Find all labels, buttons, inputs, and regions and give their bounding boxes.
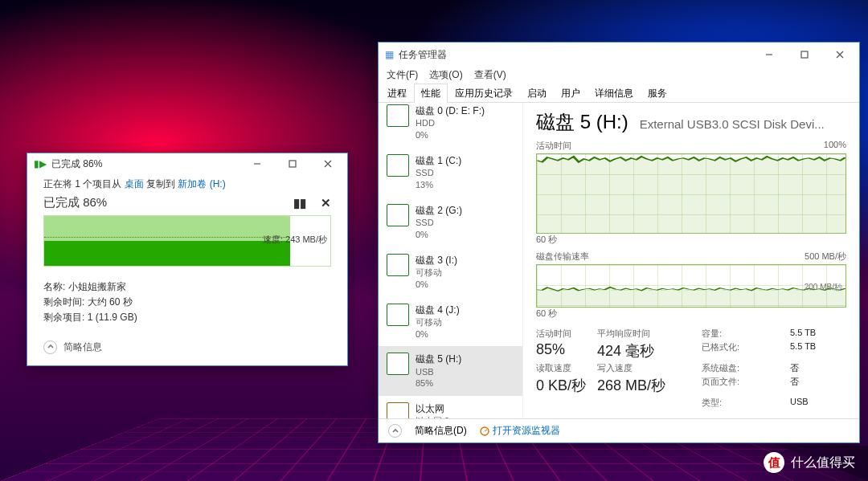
tab-进程[interactable]: 进程 bbox=[380, 84, 414, 103]
disk-sub1: HDD bbox=[416, 117, 485, 129]
resmon-icon bbox=[480, 426, 489, 436]
stat-fmt-label: 已格式化: bbox=[702, 341, 790, 361]
disk-sub2: 0% bbox=[416, 129, 485, 141]
tab-用户[interactable]: 用户 bbox=[554, 84, 588, 103]
meta-remaining-time: 剩余时间: 大约 60 秒 bbox=[43, 295, 331, 310]
disk-sub2: 85% bbox=[416, 377, 461, 389]
sidebar-disk-item[interactable]: 磁盘 5 (H:)USB85% bbox=[379, 346, 522, 396]
tab-启动[interactable]: 启动 bbox=[520, 84, 554, 103]
tab-详细信息[interactable]: 详细信息 bbox=[588, 84, 641, 103]
maximize-button[interactable] bbox=[275, 153, 310, 174]
sidebar-ethernet-item[interactable]: 以太网以太网 2发送: 0 接收: 0 Kbps bbox=[379, 396, 522, 418]
stat-resp-label: 平均响应时间 bbox=[597, 328, 702, 340]
tm-menubar: 文件(F)选项(O)查看(V) bbox=[379, 67, 859, 84]
stat-write-value: 268 MB/秒 bbox=[597, 376, 702, 395]
brief-info-toggle[interactable]: 简略信息(D) bbox=[415, 424, 467, 438]
disk-sub2: 0% bbox=[416, 279, 457, 291]
menu-item[interactable]: 查看(V) bbox=[474, 68, 506, 82]
maximize-button[interactable] bbox=[787, 44, 822, 65]
tm-tabs: 进程性能应用历史记录启动用户详细信息服务 bbox=[379, 84, 859, 103]
disk-title: 磁盘 3 (I:) bbox=[416, 254, 457, 267]
stat-cap-value: 5.5 TB bbox=[790, 328, 850, 340]
copy-dest-link[interactable]: 新加卷 (H:) bbox=[178, 178, 225, 190]
activity-graph bbox=[536, 153, 846, 234]
disk-subheading: External USB3.0 SCSI Disk Devi... bbox=[640, 117, 825, 131]
disk-title: 磁盘 0 (D: E: F:) bbox=[416, 104, 485, 117]
g2-midlabel: 200 MB/秒 bbox=[805, 282, 842, 293]
stat-read-value: 0 KB/秒 bbox=[536, 376, 597, 395]
stat-resp-value: 424 毫秒 bbox=[597, 341, 702, 361]
sidebar-disk-item[interactable]: 磁盘 3 (I:)可移动0% bbox=[379, 247, 522, 297]
copy-prefix: 正在将 1 个项目从 bbox=[43, 178, 125, 190]
disk-heading: 磁盘 5 (H:) bbox=[536, 109, 628, 135]
close-button[interactable] bbox=[310, 153, 346, 174]
disk-thumb-icon bbox=[387, 154, 409, 177]
tab-性能[interactable]: 性能 bbox=[414, 84, 448, 103]
disk-sub1: USB bbox=[416, 366, 461, 378]
stat-type-value: USB bbox=[790, 397, 850, 409]
copy-source-link[interactable]: 桌面 bbox=[125, 178, 144, 190]
transfer-icon: ▮▶ bbox=[34, 158, 47, 169]
net-title: 以太网 bbox=[416, 402, 496, 415]
speed-label: 速度: 243 MB/秒 bbox=[263, 234, 327, 246]
stat-sys-label: 系统磁盘: bbox=[702, 362, 790, 374]
stat-active-label: 活动时间 bbox=[536, 328, 597, 340]
cancel-button[interactable]: ✕ bbox=[321, 196, 331, 210]
disk-sub1: 可移动 bbox=[416, 267, 457, 279]
minimize-button[interactable] bbox=[751, 44, 787, 65]
tab-服务[interactable]: 服务 bbox=[641, 84, 674, 103]
watermark: 值 什么值得买 bbox=[731, 446, 868, 481]
disk-sub2: 0% bbox=[416, 229, 462, 241]
disk-thumb-icon bbox=[387, 104, 409, 127]
menu-item[interactable]: 选项(O) bbox=[429, 68, 462, 82]
tm-sidebar[interactable]: 磁盘 0 (D: E: F:)HDD0%磁盘 1 (C:)SSD13%磁盘 2 … bbox=[379, 103, 523, 418]
disk-sub1: SSD bbox=[416, 217, 462, 229]
disk-thumb-icon bbox=[387, 254, 409, 276]
tm-titlebar[interactable]: ▦ 任务管理器 bbox=[379, 43, 859, 67]
stat-write-label: 写入速度 bbox=[597, 362, 702, 374]
g1-axis: 60 秒 bbox=[536, 234, 846, 246]
file-copy-window: ▮▶ 已完成 86% 正在将 1 个项目从 桌面 复制到 新加卷 (H:) 已完… bbox=[27, 153, 348, 366]
disk-thumb-icon bbox=[387, 204, 409, 226]
sidebar-disk-item[interactable]: 磁盘 4 (J:)可移动0% bbox=[379, 297, 522, 347]
svg-rect-0 bbox=[289, 161, 296, 167]
tab-应用历史记录[interactable]: 应用历史记录 bbox=[448, 84, 520, 103]
stat-type-label: 类型: bbox=[702, 397, 790, 409]
g2-axis: 60 秒 bbox=[536, 308, 846, 320]
g2-caption: 磁盘传输速率 bbox=[536, 251, 589, 263]
open-resmon-link[interactable]: 打开资源监视器 bbox=[480, 424, 560, 438]
watermark-badge: 值 bbox=[764, 452, 784, 473]
pause-button[interactable]: ▮▮ bbox=[293, 196, 306, 210]
sidebar-disk-item[interactable]: 磁盘 1 (C:)SSD13% bbox=[379, 148, 522, 198]
watermark-text: 什么值得买 bbox=[791, 455, 855, 471]
disk-thumb-icon bbox=[387, 353, 409, 375]
stat-fmt-value: 5.5 TB bbox=[790, 341, 850, 361]
disk-sub1: SSD bbox=[416, 167, 461, 179]
copy-from-to: 正在将 1 个项目从 桌面 复制到 新加卷 (H:) bbox=[43, 177, 331, 191]
svg-rect-1 bbox=[801, 51, 808, 58]
tm-app-icon: ▦ bbox=[385, 49, 394, 60]
minimize-button[interactable] bbox=[240, 153, 275, 174]
task-manager-window: ▦ 任务管理器 文件(F)选项(O)查看(V) 进程性能应用历史记录启动用户详细… bbox=[378, 42, 860, 443]
copy-window-title: 已完成 86% bbox=[51, 157, 240, 171]
tm-title: 任务管理器 bbox=[399, 48, 751, 62]
g2-max: 500 MB/秒 bbox=[805, 251, 846, 263]
g1-max: 100% bbox=[824, 140, 846, 152]
stat-read-label: 读取速度 bbox=[536, 362, 597, 374]
copy-titlebar[interactable]: ▮▶ 已完成 86% bbox=[27, 153, 347, 174]
close-button[interactable] bbox=[822, 44, 858, 65]
disk-title: 磁盘 1 (C:) bbox=[416, 154, 461, 167]
menu-item[interactable]: 文件(F) bbox=[387, 68, 418, 82]
net-thumb-icon bbox=[387, 402, 409, 418]
brief-info-toggle[interactable]: 简略信息 bbox=[63, 340, 102, 354]
stat-sys-value: 否 bbox=[790, 362, 850, 374]
stat-page-value: 否 bbox=[790, 376, 850, 395]
disk-title: 磁盘 2 (G:) bbox=[416, 204, 462, 217]
chevron-up-icon[interactable] bbox=[388, 424, 402, 438]
disk-sub2: 13% bbox=[416, 179, 461, 191]
sidebar-disk-item[interactable]: 磁盘 2 (G:)SSD0% bbox=[379, 198, 522, 247]
chevron-up-icon[interactable] bbox=[43, 340, 57, 354]
sidebar-disk-item[interactable]: 磁盘 0 (D: E: F:)HDD0% bbox=[379, 104, 522, 148]
stat-cap-label: 容量: bbox=[702, 328, 790, 340]
disk-title: 磁盘 5 (H:) bbox=[416, 353, 461, 365]
